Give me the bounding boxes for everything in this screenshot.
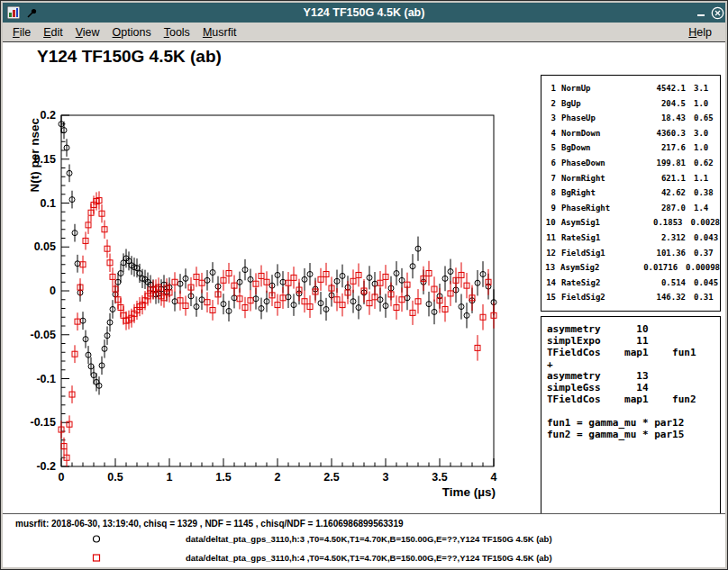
theory-line: TFieldCos map1 fun1 [547,347,720,358]
status-line: musrfit: 2018-06-30, 13:19:40, chisq = 1… [15,519,404,529]
legend-entry-text: data/deltat_pta_gps_3110,h:3 ,T0=4.50K,T… [186,534,552,544]
menu-tools[interactable]: Tools [158,24,196,41]
svg-text:1.5: 1.5 [215,471,231,484]
svg-text:0.5: 0.5 [107,471,123,484]
menu-file[interactable]: File [6,24,37,41]
menu-help[interactable]: Help [682,24,718,41]
app-icon[interactable] [6,5,21,20]
theory-line: simpleGss 14 [547,382,720,394]
svg-text:0.2: 0.2 [41,109,56,122]
param-row: 6PhaseDown199.810.62 [541,156,720,171]
menu-options[interactable]: Options [106,24,158,41]
param-row: 13AsymSig20.017160.00098 [541,260,720,276]
legend-square-marker [89,551,104,565]
theory-line: asymmetry 13 [547,370,720,382]
theory-box[interactable]: asymmetry 10simplExpo 11TFieldCos map1 f… [541,316,721,514]
svg-text:2: 2 [275,471,281,484]
svg-text:0.1: 0.1 [41,197,56,210]
plot-frame [61,115,494,466]
param-row: 3PhaseUp18.430.65 [541,111,720,126]
theory-line [547,405,720,417]
legend-circle-marker [89,532,104,546]
menu-musrfit[interactable]: Musrfit [196,24,243,41]
svg-text:0.05: 0.05 [34,240,56,253]
legend-entry: data/deltat_pta_gps_3110,h:4 ,T0=4.50K,T… [3,548,725,567]
theory-line: asymmetry 10 [547,323,720,335]
legend-entry: data/deltat_pta_gps_3110,h:3 ,T0=4.50K,T… [3,529,725,548]
menu-view[interactable]: View [69,24,106,41]
theory-line: TFieldCos map1 fun2 [547,394,720,405]
series-square [59,191,496,466]
param-row: 7NormRight621.11.1 [541,171,720,186]
param-row: 11RateSig12.3120.043 [541,231,720,246]
param-row: 14RateSig20.5140.045 [541,276,720,291]
svg-text:3: 3 [383,471,389,484]
theory-line: fun2 = gamma_mu * par15 [547,429,720,440]
title-bar: Y124 TF150G 4.5K (ab) [3,3,725,23]
param-row: 9PhaseRight287.01.4 [541,201,720,216]
svg-text:-0.1: -0.1 [36,373,56,385]
y-axis-title: N(t) per nsec [28,118,41,193]
legend: data/deltat_pta_gps_3110,h:3 ,T0=4.50K,T… [3,529,725,567]
window: Y124 TF150G 4.5K (ab) File Edit View Opt… [0,0,728,570]
svg-text:2.5: 2.5 [323,471,339,484]
legend-entry-text: data/deltat_pta_gps_3110,h:4 ,T0=4.50K,T… [186,553,552,563]
svg-text:-0.05: -0.05 [31,329,57,341]
svg-text:4: 4 [491,471,497,484]
svg-text:-0.2: -0.2 [36,460,56,473]
svg-text:0: 0 [59,471,65,484]
param-row: 5BgDown217.61.0 [541,140,720,156]
param-row: 10AsymSig10.18530.0028 [541,215,720,231]
param-row: 15FieldSig2146.320.31 [541,290,720,305]
theory-line: fun1 = gamma_mu * par12 [547,417,720,429]
param-rows: 1NormUp4542.13.12BgUp204.51.03PhaseUp18.… [541,81,720,305]
param-row: 4NormDown4360.33.0 [541,126,720,141]
theory-line: simplExpo 11 [547,335,720,347]
x-axis-title: Time (µs) [442,485,496,499]
series-circle [59,115,496,394]
menu-edit[interactable]: Edit [37,24,69,41]
param-row: 1NormUp4542.13.1 [541,81,720,96]
pin-icon[interactable] [24,5,39,20]
menu-bar: File Edit View Options Tools Musrfit Hel… [3,23,725,42]
close-button[interactable] [709,5,725,20]
param-row: 12FieldSig1101.360.37 [541,246,720,261]
minimize-button[interactable] [693,5,709,20]
window-title: Y124 TF150G 4.5K (ab) [3,6,725,19]
svg-text:3.5: 3.5 [432,471,447,484]
param-row: 2BgUp204.51.0 [541,96,720,112]
param-row: 8BgRight42.620.38 [541,185,720,201]
theory-lines: asymmetry 10simplExpo 11TFieldCos map1 f… [547,323,720,440]
separator [3,513,725,514]
param-box[interactable]: 1NormUp4542.13.12BgUp204.51.03PhaseUp18.… [541,75,721,312]
svg-text:1: 1 [167,471,173,484]
svg-text:0: 0 [50,285,56,297]
theory-line: + [547,358,720,370]
root-canvas: Y124 TF150G 4.5K (ab) 00.511.522.533.540… [3,42,725,567]
plot-canvas[interactable]: 00.511.522.533.540.20.150.10.050-0.05-0.… [3,42,543,529]
svg-text:-0.15: -0.15 [31,416,57,429]
